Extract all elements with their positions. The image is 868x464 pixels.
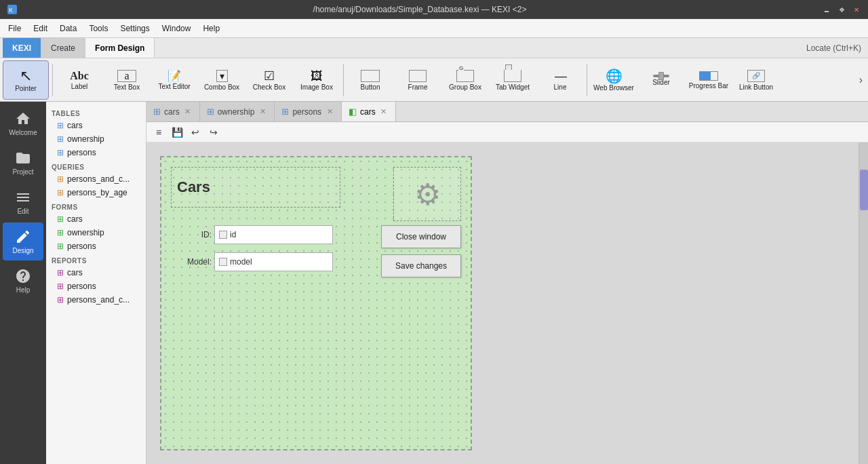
- tile-button[interactable]: ❖: [835, 3, 848, 16]
- sub-redo-button[interactable]: ↪: [205, 124, 222, 140]
- toolbar-label[interactable]: Abc Label: [56, 60, 102, 100]
- doc-tab-persons-table[interactable]: ⊞ persons ✕: [275, 102, 342, 121]
- tree-query-persons-age[interactable]: ⊞persons_by_age: [46, 186, 146, 199]
- check-box-icon: ☑: [264, 70, 275, 82]
- toolbar-group-box[interactable]: G Group Box: [442, 60, 488, 100]
- menu-file[interactable]: File: [3, 22, 26, 35]
- sidebar-item-edit[interactable]: Edit: [3, 183, 43, 221]
- toolbar-progress-bar[interactable]: Progress Bar: [686, 60, 732, 100]
- toolbar-tab-widget[interactable]: Tab Widget: [490, 60, 536, 100]
- toolbar-text-box[interactable]: a Text Box: [104, 60, 150, 100]
- tab-kexi[interactable]: KEXI: [3, 38, 41, 58]
- doc-tab-ownership-table[interactable]: ⊞ ownership ✕: [200, 102, 275, 121]
- sidebar-project-label: Project: [12, 168, 33, 176]
- toolbar-text-editor[interactable]: 📝 Text Editor: [151, 60, 197, 100]
- doc-tab-cars-table[interactable]: ⊞ cars ✕: [146, 102, 200, 121]
- doc-tab-ownership-close[interactable]: ✕: [258, 107, 267, 117]
- sidebar-item-welcome[interactable]: Welcome: [3, 104, 43, 142]
- tree-table-persons[interactable]: ⊞persons: [46, 146, 146, 159]
- sidebar-welcome-label: Welcome: [9, 129, 37, 136]
- project-panel: TABLES ⊞cars ⊞ownership ⊞persons QUERIES…: [46, 102, 146, 464]
- menu-window[interactable]: Window: [157, 22, 197, 35]
- sidebar-item-help[interactable]: Help: [3, 262, 43, 300]
- tree-report-persons-c[interactable]: ⊞persons_and_c...: [46, 293, 146, 307]
- scroll-thumb[interactable]: [860, 170, 868, 210]
- toolbar-button[interactable]: Button: [347, 60, 393, 100]
- doc-tab-persons-close[interactable]: ✕: [325, 107, 334, 117]
- toolbar-link-button[interactable]: 🔗 Link Button: [733, 60, 779, 100]
- menu-help[interactable]: Help: [197, 22, 225, 35]
- report-icon: ⊞: [57, 295, 64, 305]
- tree-report-cars[interactable]: ⊞cars: [46, 266, 146, 279]
- menu-edit[interactable]: Edit: [28, 22, 53, 35]
- line-icon: —: [555, 70, 566, 82]
- close-button[interactable]: ✕: [850, 3, 863, 16]
- form-icon: ⊞: [57, 214, 64, 224]
- svg-text:K: K: [9, 7, 13, 14]
- toolbar: ↖ Pointer Abc Label a Text Box 📝 Text Ed…: [0, 58, 868, 102]
- toolbar-pointer[interactable]: ↖ Pointer: [3, 60, 49, 100]
- id-field-row: ID: id: [171, 225, 333, 244]
- window-title: /home/anuj/Downloads/Simple_Database.kex…: [19, 5, 821, 14]
- sidebar-item-project[interactable]: Project: [3, 144, 43, 182]
- toolbar-image-box[interactable]: 🖼 Image Box: [294, 60, 340, 100]
- toolbar-image-box-label: Image Box: [300, 83, 333, 91]
- doc-tab-cars-table-close[interactable]: ✕: [183, 107, 193, 117]
- query-icon: ⊞: [57, 174, 64, 184]
- sidebar-item-design[interactable]: Design: [3, 223, 43, 260]
- sub-undo-button[interactable]: ↩: [187, 124, 203, 140]
- tab-create[interactable]: Create: [41, 38, 85, 58]
- form-icon: ⊞: [57, 241, 64, 251]
- toolbar-frame-label: Frame: [408, 83, 428, 91]
- menu-settings[interactable]: Settings: [115, 22, 155, 35]
- table-icon: ⊞: [57, 121, 64, 130]
- model-field-row: Model: model: [171, 252, 333, 271]
- toolbar-combo-box[interactable]: ▾ Combo Box: [199, 60, 245, 100]
- form-tab-icon: ◧: [349, 107, 357, 117]
- toolbar-label-label: Label: [71, 83, 87, 90]
- tree-form-cars[interactable]: ⊞cars: [46, 212, 146, 226]
- toolbar-web-browser[interactable]: 🌐 Web Browser: [591, 60, 637, 100]
- save-changes-button[interactable]: Save changes: [381, 254, 461, 277]
- model-value: model: [230, 257, 252, 267]
- doc-tabs: ⊞ cars ✕ ⊞ ownership ✕ ⊞ persons ✕ ◧ car…: [146, 102, 868, 122]
- tree-query-persons-c[interactable]: ⊞persons_and_c...: [46, 172, 146, 186]
- form-image-box[interactable]: ⚙: [393, 167, 461, 221]
- group-box-icon: G: [456, 70, 474, 82]
- form-title-box[interactable]: Cars: [171, 167, 340, 208]
- model-input[interactable]: model: [214, 252, 333, 271]
- sub-menu-button[interactable]: ≡: [151, 124, 167, 140]
- locate-box[interactable]: Locate (Ctrl+K): [806, 38, 868, 58]
- minimize-button[interactable]: 🗕: [821, 3, 833, 16]
- doc-tab-cars-form[interactable]: ◧ cars ✕: [342, 102, 396, 121]
- main-tabs: KEXI Create Form Design Locate (Ctrl+K): [0, 38, 868, 58]
- tree-table-ownership[interactable]: ⊞ownership: [46, 132, 146, 146]
- toolbar-check-box[interactable]: ☑ Check Box: [246, 60, 292, 100]
- sub-save-button[interactable]: 💾: [169, 124, 185, 140]
- table-tab-icon: ⊞: [207, 107, 214, 117]
- scrollbar-right[interactable]: [859, 142, 868, 464]
- tab-form-design[interactable]: Form Design: [85, 38, 155, 58]
- id-value: id: [230, 230, 236, 239]
- toolbar-web-browser-label: Web Browser: [593, 84, 634, 92]
- toolbar-expand[interactable]: ›: [856, 71, 865, 89]
- doc-tab-cars-form-close[interactable]: ✕: [379, 107, 389, 117]
- tree-report-persons[interactable]: ⊞persons: [46, 279, 146, 293]
- button-icon: [361, 70, 380, 82]
- toolbar-frame[interactable]: Frame: [395, 60, 441, 100]
- toolbar-line[interactable]: — Line: [537, 60, 583, 100]
- table-tab-icon: ⊞: [153, 107, 161, 117]
- menu-tools[interactable]: Tools: [83, 22, 113, 35]
- menu-data[interactable]: Data: [54, 22, 82, 35]
- toolbar-link-button-label: Link Button: [739, 83, 773, 91]
- tree-form-ownership[interactable]: ⊞ownership: [46, 226, 146, 239]
- doc-tab-persons-label: persons: [292, 107, 321, 117]
- toolbar-slider[interactable]: Slider: [638, 60, 684, 100]
- menubar: File Edit Data Tools Settings Window Hel…: [0, 19, 868, 38]
- close-window-button[interactable]: Close window: [381, 225, 461, 248]
- design-canvas: Cars ⚙ ID: id: [146, 142, 859, 464]
- toolbar-text-editor-label: Text Editor: [158, 83, 190, 90]
- tree-table-cars[interactable]: ⊞cars: [46, 119, 146, 132]
- id-input[interactable]: id: [214, 225, 333, 244]
- tree-form-persons[interactable]: ⊞persons: [46, 239, 146, 253]
